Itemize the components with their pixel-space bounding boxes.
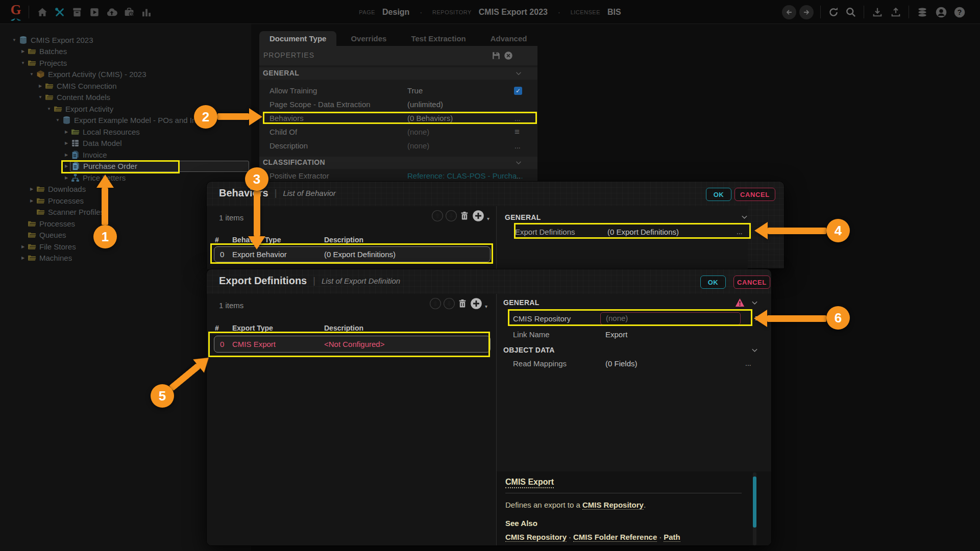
ellipsis-button[interactable]: ... <box>514 170 521 182</box>
property-row-behaviors[interactable]: Behaviors (0 Behaviors) ... <box>259 113 537 124</box>
expand-arrow[interactable]: ▶ <box>63 164 70 168</box>
grooper-logo[interactable]: G <box>8 2 23 22</box>
jobs-icon[interactable] <box>124 7 135 18</box>
tab-overrides[interactable]: Overrides <box>340 31 397 46</box>
chevron-down-icon[interactable] <box>751 346 758 354</box>
dialog-title: Export Definitions | List of Export Defi… <box>219 275 400 287</box>
move-down-icon[interactable] <box>446 210 457 221</box>
expand-arrow[interactable]: ▶ <box>28 198 35 203</box>
cmis-repository-input[interactable]: (none) <box>600 312 741 325</box>
tab-document-type[interactable]: Document Type <box>259 31 336 46</box>
ellipsis-button[interactable]: ... <box>514 113 521 124</box>
help-icon[interactable] <box>953 6 966 18</box>
tree-item-invoice[interactable]: ▶Invoice <box>0 149 251 161</box>
batches-icon[interactable] <box>71 7 83 18</box>
property-row-description[interactable]: Description (none) ... <box>259 140 537 152</box>
tree-item-cmis-connection[interactable]: ▶CMIS Connection <box>0 80 251 92</box>
reference-link[interactable]: Reference: CLAS-POS - Purcha... <box>407 170 523 182</box>
chevron-down-icon[interactable] <box>741 213 748 221</box>
add-dropdown-caret[interactable]: ▾ <box>487 216 489 221</box>
expand-arrow[interactable]: ▼ <box>28 72 35 77</box>
user-icon[interactable] <box>935 6 947 18</box>
add-icon[interactable] <box>470 297 482 310</box>
ellipsis-button[interactable]: ... <box>745 359 751 367</box>
refresh-icon[interactable] <box>828 7 839 18</box>
move-up-icon[interactable] <box>432 210 443 221</box>
property-row-child-of[interactable]: Child Of (none) ≡ <box>259 127 537 138</box>
tree-item-projects[interactable]: ▼Projects <box>0 57 251 69</box>
tree-item-purchase-order[interactable]: ▶Purchase Order <box>0 161 251 172</box>
chevron-down-icon[interactable] <box>515 70 522 77</box>
section-object-data[interactable]: OBJECT DATA <box>503 346 555 354</box>
move-up-icon[interactable] <box>430 298 441 309</box>
tree-item-data-model[interactable]: ▶Data Model <box>0 138 251 149</box>
add-icon[interactable] <box>472 210 484 222</box>
section-general[interactable]: GENERAL <box>505 213 541 221</box>
property-row-page-scope[interactable]: Page Scope - Data Extraction (unlimited) <box>259 99 537 110</box>
tree-item-content-models[interactable]: ▼Content Models <box>0 92 251 104</box>
tree-item-cmis-export-2023[interactable]: ▼CMIS Export 2023 <box>0 34 251 46</box>
design-tools-icon[interactable] <box>54 7 65 18</box>
help-link[interactable]: CMIS Export Map <box>638 544 700 546</box>
help-link[interactable]: CMIS Folder Reference <box>573 533 657 542</box>
expand-arrow[interactable]: ▶ <box>63 176 70 180</box>
home-icon[interactable] <box>37 7 48 18</box>
ok-button[interactable]: OK <box>700 276 726 289</box>
expand-arrow[interactable]: ▼ <box>11 38 18 42</box>
search-icon[interactable] <box>845 7 856 18</box>
chevron-down-icon[interactable] <box>515 159 522 166</box>
section-general[interactable]: GENERAL <box>503 298 540 307</box>
delete-icon[interactable] <box>459 211 470 221</box>
expand-arrow[interactable]: ▶ <box>19 244 27 249</box>
tree-item-local-resources[interactable]: ▶Local Resources <box>0 126 251 138</box>
expand-arrow[interactable]: ▼ <box>54 118 61 122</box>
download-icon[interactable] <box>872 7 883 18</box>
nav-back-icon[interactable] <box>782 5 796 19</box>
cancel-button[interactable]: CANCEL <box>734 188 775 201</box>
tab-advanced[interactable]: Advanced <box>480 31 537 46</box>
expand-arrow[interactable]: ▼ <box>19 61 27 65</box>
cancel-button[interactable]: CANCEL <box>733 276 770 289</box>
expand-arrow[interactable]: ▼ <box>37 95 44 99</box>
upload-icon[interactable] <box>890 7 901 18</box>
delete-icon[interactable] <box>457 298 468 309</box>
validation-warning-icon <box>735 298 745 307</box>
save-icon[interactable] <box>492 51 501 60</box>
tree-item-batches[interactable]: ▶Batches <box>0 46 251 58</box>
nav-forward-icon[interactable] <box>799 5 814 19</box>
cloud-upload-icon[interactable] <box>106 7 117 18</box>
property-row-positive-extractor[interactable]: Positive Extractor Reference: CLAS-POS -… <box>259 170 537 182</box>
move-down-icon[interactable] <box>444 298 455 309</box>
expand-arrow[interactable]: ▶ <box>63 153 70 157</box>
annotation-marker-2: 2 <box>194 105 217 129</box>
database-icon[interactable] <box>917 7 928 18</box>
section-general[interactable]: GENERAL <box>259 67 537 80</box>
menu-button[interactable]: ≡ <box>514 127 520 138</box>
ellipsis-button[interactable]: ... <box>514 140 521 152</box>
chevron-down-icon[interactable] <box>751 299 758 307</box>
cancel-changes-icon[interactable] <box>504 51 513 60</box>
annotation-arrow-1 <box>96 174 114 225</box>
expand-arrow[interactable]: ▶ <box>28 187 35 191</box>
expand-arrow[interactable]: ▶ <box>37 84 44 88</box>
section-classification[interactable]: CLASSIFICATION <box>259 157 537 169</box>
ellipsis-button[interactable]: ... <box>737 228 743 236</box>
add-dropdown-caret[interactable]: ▾ <box>485 304 487 309</box>
tree-item-export-activity-project[interactable]: ▼Export Activity (CMIS) - 2023 <box>0 69 251 81</box>
expand-arrow[interactable]: ▶ <box>63 130 70 134</box>
expand-arrow[interactable]: ▶ <box>19 49 27 54</box>
expand-arrow[interactable]: ▼ <box>45 107 53 111</box>
stats-icon[interactable] <box>141 7 152 18</box>
batch-process-icon[interactable] <box>89 7 100 18</box>
checkbox-checked[interactable]: ✓ <box>514 87 522 95</box>
cmis-repository-link[interactable]: CMIS Repository <box>582 500 644 510</box>
data-model-icon <box>71 139 80 147</box>
tab-test-extraction[interactable]: Test Extraction <box>401 31 476 46</box>
expand-arrow[interactable]: ▶ <box>63 141 70 145</box>
scrollbar-thumb[interactable] <box>753 477 756 528</box>
help-link[interactable]: CMIS Repository <box>505 533 567 542</box>
property-row-allow-training[interactable]: Allow Training True ✓ <box>259 85 537 96</box>
expand-arrow[interactable]: ▶ <box>19 256 27 260</box>
help-link[interactable]: CMIS Type Reference <box>553 544 631 546</box>
ok-button[interactable]: OK <box>706 188 731 201</box>
